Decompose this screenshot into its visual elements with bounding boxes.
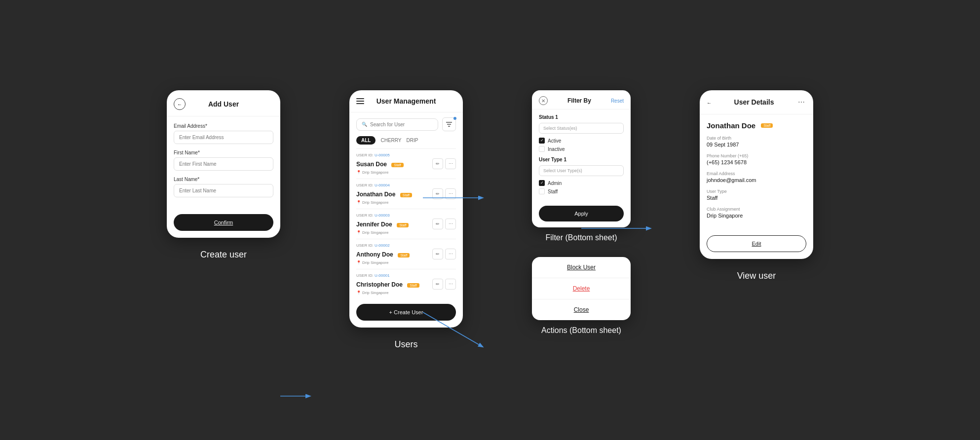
edit-button[interactable]: Edit [707,235,806,252]
user-details-screen: ← User Details ⋯ Jonathan Doe Staff Date… [700,90,813,259]
hamburger-button[interactable] [356,98,364,104]
filter-reset-button[interactable]: Reset [611,98,624,104]
user-actions-4: ✏ ⋯ [432,249,456,259]
user-id-4: USER ID: U-00002 [356,243,456,248]
user-type-staff-label: Staff [548,189,558,194]
phone-value: (+65) 1234 5678 [707,159,806,165]
filter-bottom-sheet: ✕ Filter By Reset Status 1 Select Status… [532,90,631,227]
users-title: User Management [364,97,448,105]
create-user-button[interactable]: + Create User [356,304,456,321]
details-header: ← User Details ⋯ [700,90,813,114]
edit-button-2[interactable]: ✏ [432,188,443,199]
create-user-screen: ← Add User Email Address* First Name* La… [167,90,280,238]
block-user-button[interactable]: Block User [532,257,631,278]
delete-button[interactable]: Delete [532,278,631,299]
club-label: Club Assignment [707,207,806,212]
location-icon-2: 📍 [356,200,361,205]
location-text-4: Drip Singapore [362,260,388,265]
user-id-link-3[interactable]: U-00003 [375,213,390,218]
search-icon: 🔍 [362,122,367,127]
edit-button-1[interactable]: ✏ [432,158,443,169]
filter-sheet-body: Status 1 Select Status(es) Active Inacti… [532,110,631,202]
user-item-3: USER ID: U-00003 Jennifer Doe Staff ✏ ⋯ … [356,209,456,239]
email-details-value: johndoe@gmail.com [707,177,806,183]
user-type-admin-row: Admin [539,180,624,186]
user-actions-3: ✏ ⋯ [432,219,456,229]
location-icon-5: 📍 [356,291,361,295]
edit-button-4[interactable]: ✏ [432,249,443,259]
user-name-row-4: Anthony Doe Staff ✏ ⋯ [356,249,456,259]
user-location-1: 📍 Drip Singapore [356,170,456,175]
details-user-badge: Staff [761,123,773,128]
user-type-select[interactable]: Select User Type(s) [539,165,624,176]
user-location-5: 📍 Drip Singapore [356,291,456,295]
firstname-field-group: First Name* [174,150,273,171]
email-input[interactable] [174,131,273,144]
edit-button-3[interactable]: ✏ [432,219,443,229]
more-button-5[interactable]: ⋯ [445,279,456,290]
users-header: User Management [349,90,463,112]
user-item-5: USER ID: U-00001 Christopher Doe Staff ✏… [356,269,456,299]
filter-sheet-title: Filter By [548,97,611,104]
user-name-row-2: Jonathan Doe Staff ✏ ⋯ [356,188,456,199]
user-badge-1: Staff [391,163,403,167]
tabs-row: ALL CHERRY DRIP [349,136,463,148]
status-inactive-label: Inactive [548,147,565,152]
firstname-label: First Name* [174,150,273,155]
user-location-2: 📍 Drip Singapore [356,200,456,205]
user-id-link-2[interactable]: U-00004 [375,183,390,187]
detail-club-section: Club Assignment Drip Singapore [707,207,806,219]
filter-button[interactable] [442,117,456,131]
user-name-2: Jonathan Doe [356,191,395,198]
status-active-checkbox[interactable] [539,138,545,144]
status-inactive-row: Inactive [539,146,624,152]
status-active-label: Active [548,138,561,144]
user-id-link-1[interactable]: U-00005 [375,153,390,157]
dob-value: 09 Sept 1987 [707,142,806,147]
edit-button-5[interactable]: ✏ [432,279,443,290]
firstname-input[interactable] [174,157,273,171]
user-type-staff-checkbox[interactable] [539,188,545,194]
apply-filter-button[interactable]: Apply [539,206,624,221]
more-button-3[interactable]: ⋯ [445,219,456,229]
search-row: 🔍 [349,112,463,136]
filter-sheet-group: ✕ Filter By Reset Status 1 Select Status… [532,90,631,242]
tab-cherry[interactable]: CHERRY [380,138,401,143]
details-back-button[interactable]: ← [707,98,712,107]
user-type-admin-checkbox[interactable] [539,180,545,186]
lastname-label: Last Name* [174,177,273,182]
user-type-section-title: User Type 1 [539,157,624,162]
details-title: User Details [712,98,796,106]
user-badge-4: Staff [398,253,410,257]
user-name-3: Jennifer Doe [356,221,392,228]
tab-drip[interactable]: DRIP [407,138,418,143]
status-inactive-checkbox[interactable] [539,146,545,152]
details-more-button[interactable]: ⋯ [796,97,806,107]
more-button-4[interactable]: ⋯ [445,249,456,259]
lastname-field-group: Last Name* [174,177,273,197]
user-details-label: View user [737,271,776,281]
search-wrap: 🔍 [356,118,438,131]
status-select[interactable]: Select Status(es) [539,123,624,134]
user-id-link-5[interactable]: U-00001 [375,273,390,278]
close-actions-button[interactable]: Close [532,299,631,320]
user-name-5: Christopher Doe [356,281,403,288]
search-input[interactable] [370,122,433,127]
hamburger-line-2 [356,101,364,102]
lastname-input[interactable] [174,184,273,197]
filter-sheet-label: Filter (Bottom sheet) [546,233,617,242]
more-button-1[interactable]: ⋯ [445,158,456,169]
tab-all[interactable]: ALL [356,136,376,145]
location-text-1: Drip Singapore [362,170,388,175]
confirm-button[interactable]: Confirm [174,214,273,231]
more-button-2[interactable]: ⋯ [445,188,456,199]
sheets-column: ✕ Filter By Reset Status 1 Select Status… [532,90,631,335]
detail-phone-section: Phone Number (+65) (+65) 1234 5678 [707,153,806,165]
detail-usertype-section: User Type Staff [707,189,806,201]
user-id-link-4[interactable]: U-00002 [375,243,390,248]
filter-close-button[interactable]: ✕ [539,96,548,105]
detail-dob-section: Date of Birth 09 Sept 1987 [707,136,806,147]
back-button[interactable]: ← [174,98,186,110]
create-user-label: Create user [200,250,247,260]
user-id-3: USER ID: U-00003 [356,213,456,218]
